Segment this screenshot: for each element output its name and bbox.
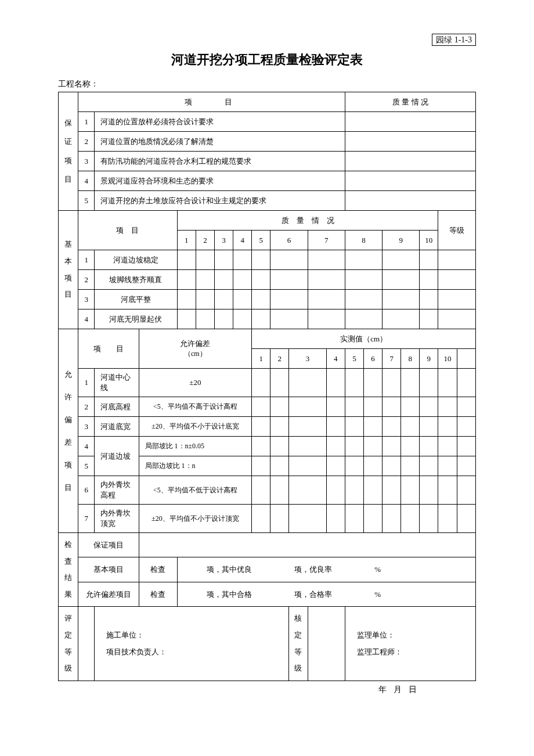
row-name: 河道边坡 (95, 437, 139, 476)
date-line: 年月日 (58, 685, 476, 695)
table-row: 4 景观河道应符合环境和生态的要求 (59, 171, 476, 191)
col-tolerance: 允许偏差 （cm） (139, 329, 252, 369)
row-tol: ±20、平均值不小于设计顶宽 (139, 505, 252, 533)
num-hdr: 5 (345, 349, 363, 369)
row-name: 河道中心线 (95, 369, 139, 397)
table-row: 4河道边坡局部坡比 1：n±0.05 (59, 437, 476, 456)
results-dev-label: 允许偏差项目 (78, 582, 139, 606)
table-row: 1河道边坡稳定 (59, 250, 476, 270)
table-row: 6内外青坎高程<5、平均值不低于设计高程 (59, 476, 476, 505)
table-row: 3河底平整 (59, 290, 476, 309)
col-item-3: 项 目 (78, 329, 139, 369)
num-hdr: 3 (289, 349, 326, 369)
row-num: 7 (78, 505, 95, 533)
num-hdr: 2 (270, 349, 289, 369)
table-row: 5 河道开挖的弃土堆放应符合设计和业主规定的要求 (59, 191, 476, 211)
table-row: 允许偏差项目 项 目 允许偏差 （cm） 实测值（cm） (59, 329, 476, 349)
page-title: 河道开挖分项工程质量检验评定表 (58, 51, 476, 69)
row-num: 4 (78, 309, 95, 329)
empty-cell[interactable] (345, 191, 475, 211)
row-name: 内外青坎顶宽 (95, 505, 139, 533)
row-tol: 局部坡比 1：n±0.05 (139, 437, 252, 456)
empty-cell[interactable] (345, 152, 475, 171)
col-item-2: 项 目 (78, 211, 178, 250)
construction-signblock: 施工单位： 项目技术负责人： (95, 607, 289, 681)
row-text: 坡脚线整齐顺直 (95, 270, 178, 290)
row-num: 4 (78, 437, 95, 456)
row-num: 5 (78, 191, 95, 211)
num-hdr: 4 (326, 349, 345, 369)
table-row: 检查结果 保证项目 (59, 533, 476, 557)
row-name: 河底高程 (95, 397, 139, 417)
row-num: 1 (78, 112, 95, 132)
eval-header: 评定等级 (59, 607, 78, 681)
approval-header: 核定等级 (289, 607, 308, 681)
num-hdr (457, 349, 475, 369)
table-row: 3 有防汛功能的河道应符合水利工程的规范要求 (59, 152, 476, 171)
num-hdr: 6 (270, 231, 308, 250)
row-num: 1 (78, 250, 95, 270)
table-row: 评定等级 施工单位： 项目技术负责人： 核定等级 监理单位： 监理工程师： (59, 607, 476, 681)
table-row: 3河道底宽±20、平均值不小于设计底宽 (59, 417, 476, 437)
empty-cell[interactable] (345, 112, 475, 132)
num-hdr: 10 (438, 349, 457, 369)
num-hdr: 8 (345, 231, 382, 250)
empty-cell[interactable] (345, 171, 475, 191)
row-text: 河道边坡稳定 (95, 250, 178, 270)
row-text: 河道的位置放样必须符合设计要求 (95, 112, 345, 132)
section2-header: 基本项目 (59, 211, 78, 329)
num-hdr: 2 (196, 231, 214, 250)
section1-header: 保证项目 (59, 92, 78, 211)
num-hdr: 3 (214, 231, 233, 250)
supervision-signblock: 监理单位： 监理工程师： (345, 607, 475, 681)
table-row: 基本项目 项 目 质 量 情 况 等级 (59, 211, 476, 231)
empty-cell[interactable] (308, 607, 345, 681)
table-row: 基本项目 检查 项，其中优良 项，优良率 % (59, 557, 476, 582)
row-text: 河道开挖的弃土堆放应符合设计和业主规定的要求 (95, 191, 345, 211)
num-hdr: 7 (383, 349, 401, 369)
col-item-1: 项 目 (78, 92, 345, 112)
table-row: 1河道中心线±20 (59, 369, 476, 397)
section3-header: 允许偏差项目 (59, 329, 78, 533)
table-row: 7内外青坎顶宽±20、平均值不小于设计顶宽 (59, 505, 476, 533)
results-basic-label: 基本项目 (78, 557, 139, 582)
results-dev-line: 项，其中合格 项，合格率 % (177, 582, 475, 606)
table-row: 2 河道位置的地质情况必须了解清楚 (59, 132, 476, 152)
num-hdr: 7 (308, 231, 345, 250)
row-num: 2 (78, 270, 95, 290)
row-tol: ±20 (139, 369, 252, 397)
row-name: 内外青坎高程 (95, 476, 139, 505)
row-text: 河道位置的地质情况必须了解清楚 (95, 132, 345, 152)
num-hdr: 1 (252, 349, 270, 369)
row-num: 3 (78, 290, 95, 309)
num-hdr: 6 (363, 349, 382, 369)
table-row: 2坡脚线整齐顺直 (59, 270, 476, 290)
row-text: 河底无明显起伏 (95, 309, 178, 329)
row-text: 景观河道应符合环境和生态的要求 (95, 171, 345, 191)
row-tol: <5、平均值不低于设计高程 (139, 476, 252, 505)
empty-cell[interactable] (139, 533, 476, 557)
table-row: 2河底高程<5、平均值不高于设计高程 (59, 397, 476, 417)
table-row: 保证项目 项 目 质 量 情 况 (59, 92, 476, 112)
doc-code: 园绿 1-1-3 (432, 34, 476, 46)
row-text: 河底平整 (95, 290, 178, 309)
num-hdr: 9 (420, 349, 438, 369)
col-quality-2: 质 量 情 况 (177, 211, 438, 231)
row-num: 3 (78, 417, 95, 437)
row-tol: ±20、平均值不小于设计底宽 (139, 417, 252, 437)
num-hdr: 10 (420, 231, 438, 250)
col-grade: 等级 (438, 211, 476, 250)
table-row: 1 河道的位置放样必须符合设计要求 (59, 112, 476, 132)
num-hdr: 9 (383, 231, 420, 250)
num-hdr: 5 (252, 231, 270, 250)
empty-cell[interactable] (345, 132, 475, 152)
row-tol: 局部边坡比 1：n (139, 456, 252, 476)
check-word: 检查 (139, 582, 177, 606)
results-guarantee-label: 保证项目 (78, 533, 139, 557)
row-num: 6 (78, 476, 95, 505)
row-tol: <5、平均值不高于设计高程 (139, 397, 252, 417)
form-table: 保证项目 项 目 质 量 情 况 1 河道的位置放样必须符合设计要求 2 河道位… (58, 92, 476, 681)
empty-cell[interactable] (78, 607, 95, 681)
row-num: 4 (78, 171, 95, 191)
table-row: 允许偏差项目 检查 项，其中合格 项，合格率 % (59, 582, 476, 606)
